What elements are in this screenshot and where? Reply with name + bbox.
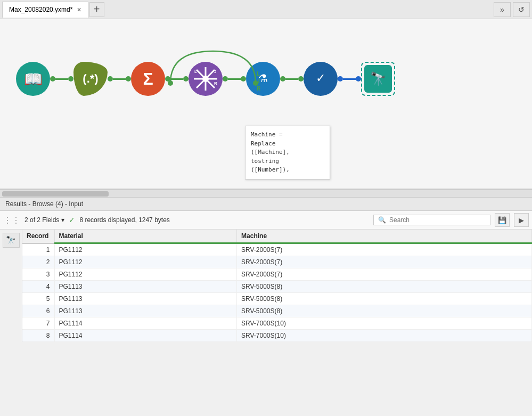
connector-dot-1	[50, 76, 55, 81]
cell-material: PG1113	[54, 281, 237, 293]
tab-refresh-button[interactable]: ↺	[513, 2, 530, 17]
fields-dropdown[interactable]: 2 of 2 Fields ▾	[24, 216, 64, 224]
tab-overflow-button[interactable]: »	[494, 2, 511, 17]
cell-material: PG1112	[54, 268, 237, 281]
cell-machine: SRV-2000S(7)	[237, 256, 532, 268]
svg-text:✓: ✓	[316, 71, 325, 85]
row-num: 4	[22, 281, 54, 293]
results-table: Record Material Machine 1PG1112SRV-2000S…	[22, 230, 532, 342]
binoculars-icon: 🔭	[6, 235, 16, 245]
connector-dot-3	[108, 76, 113, 81]
fields-label: 2 of 2 Fields	[24, 216, 59, 224]
table-row: 6PG1113SRV-5000S(8)	[22, 305, 532, 317]
row-num: 3	[22, 268, 54, 281]
save-button[interactable]: 💾	[495, 213, 510, 227]
binoculars-button[interactable]: 🔭	[3, 233, 20, 248]
results-panel-header: Results - Browse (4) - Input	[0, 197, 532, 211]
extra-icon: ▶	[519, 216, 524, 224]
canvas-scrollbar[interactable]	[0, 190, 532, 197]
table-row: 3PG1112SRV-2000S(7)	[22, 268, 532, 281]
curved-connector-svg: L J R	[154, 46, 261, 94]
table-row: 4PG1113SRV-5000S(8)	[22, 281, 532, 293]
table-row: 8PG1114SRV-7000S(10)	[22, 330, 532, 342]
cell-machine: SRV-2000S(7)	[237, 268, 532, 281]
cell-machine: SRV-5000S(8)	[237, 281, 532, 293]
col-header-machine[interactable]: Machine	[237, 230, 532, 243]
row-num: 7	[22, 317, 54, 330]
connector-2	[113, 78, 126, 80]
browse-inner: 🔭	[364, 65, 392, 93]
svg-text:R: R	[257, 86, 261, 92]
book-icon: 📖	[24, 70, 43, 88]
formula-callout-text: Machine = Replace ([Machine], tostring (…	[251, 130, 324, 175]
workflow-canvas[interactable]: 📖 (.*) Σ	[0, 19, 532, 190]
sigma-icon: Σ	[143, 69, 153, 89]
tab-title: Max_20082020.yxmd*	[9, 6, 72, 13]
fields-chevron: ▾	[61, 216, 64, 224]
row-num: 1	[22, 243, 54, 256]
connector-dot-2	[68, 76, 73, 81]
cell-machine: SRV-5000S(8)	[237, 293, 532, 305]
cell-material: PG1114	[54, 317, 237, 330]
connector-dot-10	[298, 76, 304, 81]
connector-dot-4	[126, 76, 131, 81]
input-node[interactable]: 📖	[16, 62, 50, 96]
cell-material: PG1113	[54, 305, 237, 317]
active-tab[interactable]: Max_20082020.yxmd* ×	[2, 2, 88, 18]
cell-material: PG1113	[54, 293, 237, 305]
row-num: 5	[22, 293, 54, 305]
regex-icon: (.*)	[83, 72, 98, 86]
col-header-material[interactable]: Material	[54, 230, 237, 243]
search-box[interactable]: 🔍	[373, 215, 490, 225]
regex-node[interactable]: (.*)	[73, 62, 108, 96]
extra-button[interactable]: ▶	[514, 213, 529, 227]
drag-handle-icon: ⋮⋮	[3, 215, 20, 225]
connector-5	[285, 78, 298, 80]
row-num: 2	[22, 256, 54, 268]
browse-node[interactable]: 🔭	[361, 62, 395, 96]
connector-dot-11	[338, 76, 343, 81]
cell-material: PG1114	[54, 330, 237, 342]
row-num: 6	[22, 305, 54, 317]
cell-machine: SRV-7000S(10)	[237, 317, 532, 330]
results-toolbar: ⋮⋮ 2 of 2 Fields ▾ ✓ 8 records displayed…	[0, 211, 532, 230]
connector-1	[55, 78, 68, 80]
table-row: 5PG1113SRV-5000S(8)	[22, 293, 532, 305]
table-row: 7PG1114SRV-7000S(10)	[22, 317, 532, 330]
table-scroll-area[interactable]: Record Material Machine 1PG1112SRV-2000S…	[22, 230, 532, 342]
connector-dot-12	[356, 76, 361, 81]
tab-nav: » ↺	[494, 2, 530, 17]
formula-callout: Machine = Replace ([Machine], tostring (…	[245, 126, 330, 180]
row-num: 8	[22, 330, 54, 342]
scrollbar-thumb[interactable]	[2, 191, 109, 197]
table-row: 1PG1112SRV-2000S(7)	[22, 243, 532, 256]
connector-6	[343, 78, 356, 80]
check-icon[interactable]: ✓	[69, 216, 75, 224]
table-header-row: Record Material Machine	[22, 230, 532, 243]
search-input[interactable]	[389, 216, 486, 224]
cell-material: PG1112	[54, 243, 237, 256]
connector-dot-9	[280, 76, 285, 81]
table-container: 🔭 Record Material Machine	[0, 230, 532, 342]
cell-machine: SRV-5000S(8)	[237, 305, 532, 317]
save-icon: 💾	[498, 216, 506, 224]
tab-bar: Max_20082020.yxmd* × + » ↺	[0, 0, 532, 19]
search-icon: 🔍	[378, 216, 386, 224]
table-body: 1PG1112SRV-2000S(7)2PG1112SRV-2000S(7)3P…	[22, 243, 532, 342]
cell-machine: SRV-7000S(10)	[237, 330, 532, 342]
svg-text:L: L	[257, 71, 260, 77]
new-tab-button[interactable]: +	[89, 2, 104, 17]
filter-node[interactable]: ✓	[304, 62, 338, 96]
browse-icon: 🔭	[370, 71, 386, 86]
svg-point-13	[168, 80, 173, 86]
results-title: Results - Browse (4) - Input	[5, 200, 83, 208]
cell-machine: SRV-2000S(7)	[237, 243, 532, 256]
main-layout: 📖 (.*) Σ	[0, 19, 532, 416]
left-panel: 🔭	[0, 230, 22, 342]
col-header-record[interactable]: Record	[22, 230, 54, 243]
svg-text:J: J	[257, 78, 260, 84]
filter-icon: ✓	[309, 68, 332, 90]
records-info: 8 records displayed, 1247 bytes	[79, 216, 369, 224]
cell-material: PG1112	[54, 256, 237, 268]
tab-close-button[interactable]: ×	[77, 6, 81, 13]
